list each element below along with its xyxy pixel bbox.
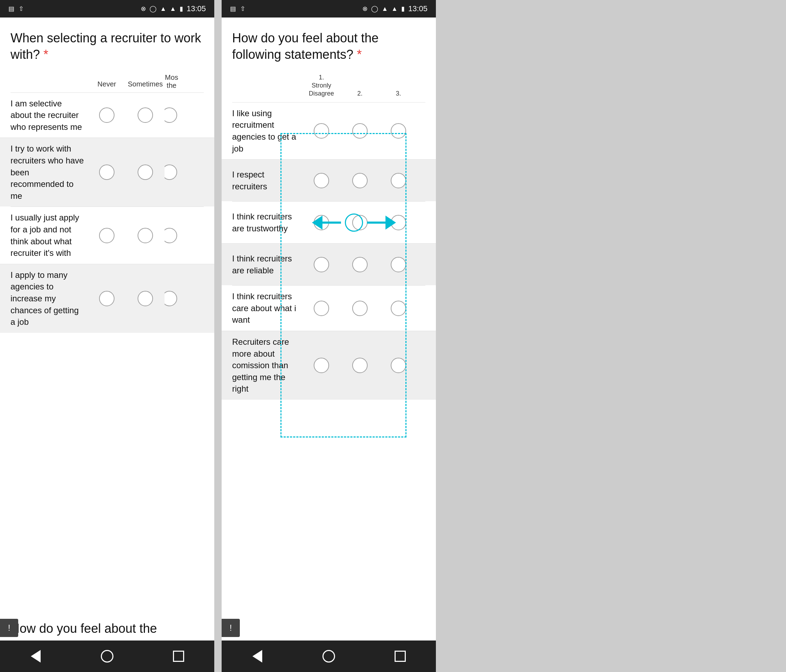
radio-r1-c3[interactable]: [391, 123, 406, 138]
home-icon-right: [322, 650, 335, 663]
time-display-left: 13:05: [187, 4, 206, 13]
radio-r6-c3[interactable]: [391, 358, 406, 373]
stmt-radio-1-2[interactable]: [341, 123, 379, 138]
stmt-label-4: I think recruiters are reliable: [232, 253, 302, 276]
stmt-radio-2-3[interactable]: [379, 173, 418, 188]
nav-back-button-right[interactable]: [247, 646, 268, 667]
radio-cell-1-1[interactable]: [88, 107, 126, 123]
feedback-icon: !: [8, 623, 11, 633]
radio-r2-c2[interactable]: [352, 173, 368, 188]
radio-cell-4-1[interactable]: [88, 291, 126, 306]
stmt-radio-2-1[interactable]: [302, 173, 341, 188]
radio-cell-2-3[interactable]: [165, 165, 179, 180]
radio-r2-c3[interactable]: [391, 173, 406, 188]
radio-sometimes-3[interactable]: [138, 228, 153, 243]
radio-cell-1-2[interactable]: [126, 107, 165, 123]
radio-cell-3-1[interactable]: [88, 228, 126, 243]
signal-icon-r: ▲: [391, 5, 398, 13]
radio-r2-c1[interactable]: [314, 173, 329, 188]
radio-sometimes-1[interactable]: [138, 107, 153, 123]
stmt-radio-6-1[interactable]: [302, 358, 341, 373]
table-row: I am selective about the recruiter who r…: [11, 93, 204, 138]
back-icon-right: [252, 650, 262, 663]
dnd-icon: ⊗: [141, 5, 146, 13]
swipe-right-arrow: [365, 214, 396, 231]
stmt-radio-5-1[interactable]: [302, 301, 341, 316]
radio-cell-3-3[interactable]: [165, 228, 179, 243]
nav-recents-button[interactable]: [168, 646, 189, 667]
radio-r5-c3[interactable]: [391, 301, 406, 316]
row-label-2: I try to work with recruiters who have b…: [11, 143, 88, 202]
nav-recents-button-right[interactable]: [390, 646, 411, 667]
radio-most-2[interactable]: [165, 165, 177, 180]
swipe-hint-radio[interactable]: [345, 214, 363, 232]
left-screen-content: When selecting a recruiter to work with?…: [0, 17, 214, 641]
stmt-radio-4-2[interactable]: [341, 257, 379, 272]
left-question-title: When selecting a recruiter to work with?…: [11, 30, 204, 63]
left-survey-scroll[interactable]: When selecting a recruiter to work with?…: [0, 17, 214, 614]
radio-cell-4-3[interactable]: [165, 291, 179, 306]
table-row: I try to work with recruiters who have b…: [0, 138, 214, 207]
right-background: [436, 0, 786, 672]
radio-sometimes-2[interactable]: [138, 165, 153, 180]
upload-icon-r: ⇧: [240, 5, 245, 13]
radio-cell-2-2[interactable]: [126, 165, 165, 180]
stmt-label-1: I like using recruitment agencies to get…: [232, 107, 302, 154]
stmt-radio-4-1[interactable]: [302, 257, 341, 272]
radio-cell-2-1[interactable]: [88, 165, 126, 180]
stmt-radio-1-1[interactable]: [302, 123, 341, 138]
nav-home-button[interactable]: [97, 646, 118, 667]
radio-r4-c2[interactable]: [352, 257, 368, 272]
radio-most-1[interactable]: [165, 107, 177, 123]
stmt-radio-5-3[interactable]: [379, 301, 418, 316]
radio-never-4[interactable]: [99, 291, 115, 306]
stmt-radio-1-3[interactable]: [379, 123, 418, 138]
radio-r6-c1[interactable]: [314, 358, 329, 373]
next-question-text: How do you feel about the: [11, 620, 204, 637]
alarm-icon: ◯: [149, 5, 157, 13]
radio-cell-4-2[interactable]: [126, 291, 165, 306]
left-question-text: When selecting a recruiter to work with?: [11, 31, 201, 61]
alarm-icon-r: ◯: [371, 5, 378, 13]
battery-icon-r: ▮: [401, 5, 405, 13]
radio-r4-c1[interactable]: [314, 257, 329, 272]
stmt-radio-2-2[interactable]: [341, 173, 379, 188]
feedback-button-right[interactable]: !: [222, 619, 240, 637]
recents-icon-right: [395, 651, 406, 662]
stmt-radio-5-2[interactable]: [341, 301, 379, 316]
radio-most-3[interactable]: [165, 228, 177, 243]
stmt-radio-4-3[interactable]: [379, 257, 418, 272]
radio-cell-3-2[interactable]: [126, 228, 165, 243]
upload-icon: ⇧: [19, 5, 24, 13]
divider: [214, 0, 222, 672]
time-display-right: 13:05: [408, 4, 428, 13]
row-label-1: I am selective about the recruiter who r…: [11, 97, 88, 133]
right-question-title: How do you feel about the following stat…: [232, 30, 425, 63]
radio-never-2[interactable]: [99, 165, 115, 180]
radio-r4-c3[interactable]: [391, 257, 406, 272]
radio-r5-c2[interactable]: [352, 301, 368, 316]
feedback-button[interactable]: !: [0, 619, 18, 637]
radio-never-3[interactable]: [99, 228, 115, 243]
stmt-label-2: I respect recruiters: [232, 169, 302, 192]
swipe-left-arrow: [312, 214, 343, 231]
right-col-2: 2.: [341, 89, 379, 99]
radio-r5-c1[interactable]: [314, 301, 329, 316]
nav-home-button-right[interactable]: [318, 646, 339, 667]
radio-most-4[interactable]: [165, 291, 177, 306]
status-bar-right: ▤ ⇧ ⊗ ◯ ▲ ▲ ▮ 13:05: [222, 0, 436, 17]
stmt-radio-6-2[interactable]: [341, 358, 379, 373]
radio-cell-1-3[interactable]: [165, 107, 179, 123]
nav-bar-left: [0, 641, 214, 672]
radio-sometimes-4[interactable]: [138, 291, 153, 306]
radio-r1-c2[interactable]: [352, 123, 368, 138]
radio-r6-c2[interactable]: [352, 358, 368, 373]
right-survey-scroll[interactable]: How do you feel about the following stat…: [222, 17, 436, 641]
home-icon: [101, 650, 113, 663]
radio-r1-c1[interactable]: [314, 123, 329, 138]
nav-back-button[interactable]: [25, 646, 46, 667]
stmt-label-5: I think recruiters care about what i wan…: [232, 290, 302, 326]
stmt-radio-6-3[interactable]: [379, 358, 418, 373]
radio-never-1[interactable]: [99, 107, 115, 123]
stmt-label-6: Recruiters care more about comission tha…: [232, 336, 302, 395]
